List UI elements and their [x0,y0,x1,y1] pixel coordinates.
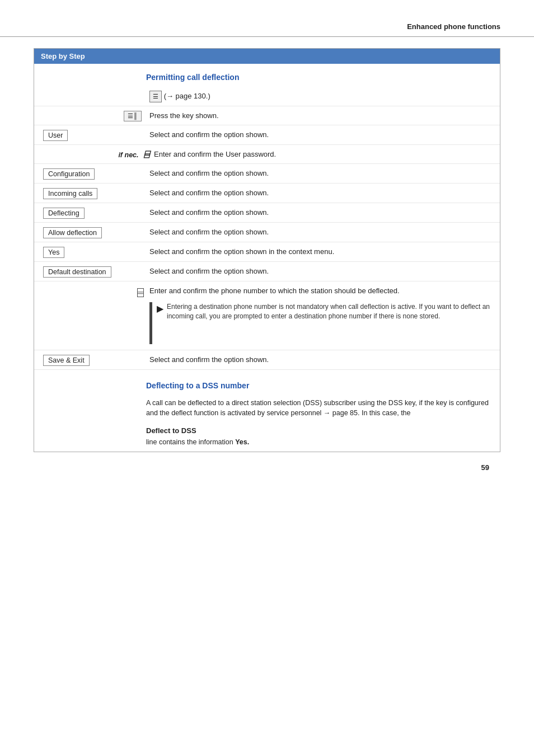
deflect-to-dss-line: line contains the information Yes. [34,437,500,452]
press-key-row: ☰║ Press the key shown. [34,106,500,125]
step-left-user: User [43,129,149,141]
allow-right: Select and confirm the option shown. [149,226,491,237]
incoming-calls-option: Incoming calls [43,188,97,199]
info-arrow-icon: ▶ [157,303,163,315]
save-exit-row: Save & Exit Select and confirm the optio… [34,350,500,370]
step-left-default-dest: Default destination [43,265,149,278]
info-note-bar [149,302,152,344]
deflect-to-dss-heading: Deflect to DSS [34,422,500,437]
user-right: Select and confirm the option shown. [149,129,491,140]
step-left-incoming: Incoming calls [43,187,149,199]
step-right-arrowref: ☰ (→ page 130.) [149,90,491,102]
keypad-icon-ifnec: ⌸ [144,149,149,159]
save-right: Select and confirm the option shown. [149,354,491,365]
yes-row: Yes Select and confirm the option shown … [34,242,500,262]
page-header: Enhanced phone functions [0,0,534,37]
step-left-allow: Allow deflection [43,226,149,238]
menu-icon: ☰ [149,91,162,102]
default-dest-right: Select and confirm the option shown. [149,265,491,276]
arrow-ref-row: ☰ (→ page 130.) [34,86,500,106]
ifnec-row: if nec. ⌸ Enter and confirm the User pas… [34,145,500,164]
header-title: Enhanced phone functions [407,22,500,31]
incoming-calls-row: Incoming calls Select and confirm the op… [34,184,500,203]
section1-title: Permitting call deflection [34,64,500,86]
keypad-row: ⌸ Enter and confirm the phone number to … [34,281,500,350]
allow-deflection-option: Allow deflection [43,227,102,238]
keypad-icon: ⌸ [137,286,144,299]
default-destination-row: Default destination Select and confirm t… [34,262,500,281]
step-left-empty [43,90,149,91]
section2-intro: A call can be deflected to a direct stat… [34,395,500,422]
page-body: Step by Step Permitting call deflection … [0,48,534,505]
info-note-text: Entering a destination phone number is n… [167,302,491,322]
deflecting-option: Deflecting [43,208,85,219]
yes-option: Yes [43,247,64,258]
config-right: Select and confirm the option shown. [149,167,491,179]
configuration-row: Configuration Select and confirm the opt… [34,164,500,184]
page-number: 59 [34,452,500,472]
step-left-yes: Yes [43,246,149,258]
step-left-keypad: ⌸ [43,285,149,299]
section2-title: Deflecting to a DSS number [34,370,500,395]
step-left-config: Configuration [43,167,149,180]
incoming-right: Select and confirm the option shown. [149,187,491,198]
step-left-key: ☰║ [43,110,149,121]
step-left-deflecting: Deflecting [43,206,149,219]
key-icon: ☰║ [124,111,142,121]
step-by-step-box: Step by Step Permitting call deflection … [34,48,500,452]
configuration-option: Configuration [43,168,95,180]
press-key-text: Press the key shown. [149,110,491,121]
step-content: Permitting call deflection ☰ (→ page 130… [34,64,500,452]
save-exit-option: Save & Exit [43,355,90,366]
deflecting-right: Select and confirm the option shown. [149,206,491,218]
allow-deflection-row: Allow deflection Select and confirm the … [34,223,500,242]
user-row: User Select and confirm the option shown… [34,125,500,145]
yes-right: Select and confirm the option shown in t… [149,246,491,257]
default-destination-option: Default destination [43,266,111,278]
deflecting-row: Deflecting Select and confirm the option… [34,203,500,223]
info-note: ▶ Entering a destination phone number is… [149,302,491,344]
user-option: User [43,130,68,141]
ifnec-right: Enter and confirm the User password. [154,148,491,159]
step-left-save: Save & Exit [43,354,149,366]
keypad-right: Enter and confirm the phone number to wh… [149,285,491,346]
step-by-step-header: Step by Step [34,49,500,64]
if-nec-label: if nec. ⌸ [43,148,149,159]
yes-bold: Yes. [235,438,249,446]
